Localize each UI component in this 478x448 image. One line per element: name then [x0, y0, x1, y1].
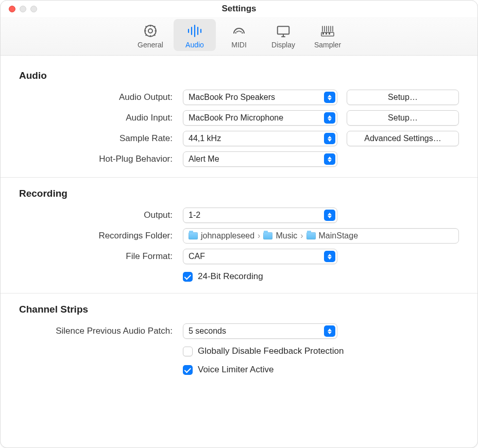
- label-rec-folder: Recordings Folder:: [19, 231, 174, 241]
- label-file-format: File Format:: [19, 251, 174, 262]
- svg-point-0: [148, 29, 152, 33]
- button-advanced-settings[interactable]: Advanced Settings…: [347, 131, 459, 146]
- recordings-folder-path[interactable]: johnappleseed › Music › MainStage: [183, 228, 459, 244]
- checkbox-box: [183, 272, 193, 282]
- popup-value: Alert Me: [189, 154, 219, 164]
- folder-icon: [189, 232, 198, 239]
- zoom-window-button[interactable]: [30, 6, 37, 12]
- tab-general[interactable]: General: [129, 19, 172, 51]
- svg-rect-22: [322, 32, 324, 35]
- popup-value: CAF: [189, 252, 205, 261]
- tab-label: MIDI: [220, 41, 258, 49]
- popup-value: MacBook Pro Microphone: [189, 113, 283, 123]
- checkbox-24bit-recording[interactable]: 24-Bit Recording: [183, 271, 459, 282]
- checkbox-label: Voice Limiter Active: [198, 365, 274, 375]
- window-controls: [9, 6, 37, 12]
- path-segment: Music: [276, 231, 297, 240]
- checkbox-label: 24-Bit Recording: [198, 271, 263, 282]
- gear-icon: [131, 22, 169, 40]
- stepper-icon: [324, 133, 335, 144]
- tab-display[interactable]: Display: [262, 19, 304, 51]
- checkbox-box: [183, 365, 193, 375]
- checkbox-box: [183, 347, 193, 356]
- titlebar: Settings: [1, 1, 477, 17]
- separator: [1, 293, 477, 294]
- display-icon: [264, 22, 302, 40]
- checkbox-feedback-protection[interactable]: Globally Disable Feedback Protection: [183, 346, 459, 356]
- stepper-icon: [324, 153, 335, 165]
- label-hotplug: Hot-Plug Behavior:: [19, 154, 174, 164]
- popup-hotplug[interactable]: Alert Me: [183, 151, 337, 167]
- label-audio-input: Audio Input:: [19, 113, 174, 123]
- section-title-audio: Audio: [19, 70, 459, 81]
- settings-window: Settings General: [0, 0, 478, 448]
- section-title-channel-strips: Channel Strips: [19, 304, 459, 315]
- tab-label: Audio: [176, 41, 214, 49]
- popup-value: 44,1 kHz: [189, 134, 221, 143]
- svg-rect-23: [326, 32, 327, 35]
- popup-audio-output[interactable]: MacBook Pro Speakers: [183, 90, 337, 105]
- folder-icon: [263, 232, 272, 239]
- folder-icon: [306, 232, 316, 239]
- tab-label: Display: [264, 41, 302, 49]
- checkbox-label: Globally Disable Feedback Protection: [198, 346, 344, 356]
- minimize-window-button[interactable]: [20, 6, 26, 12]
- sampler-icon: [309, 22, 347, 40]
- path-segment: MainStage: [319, 231, 358, 240]
- svg-rect-12: [278, 26, 289, 34]
- button-output-setup[interactable]: Setup…: [347, 90, 459, 105]
- popup-value: 1-2: [189, 211, 200, 220]
- label-rec-output: Output:: [19, 210, 174, 220]
- svg-point-8: [238, 30, 240, 32]
- tab-audio[interactable]: Audio: [174, 19, 216, 51]
- svg-rect-24: [329, 32, 330, 35]
- popup-sample-rate[interactable]: 44,1 kHz: [183, 131, 337, 146]
- path-segment: johnappleseed: [201, 231, 254, 240]
- stepper-icon: [324, 325, 335, 337]
- label-sample-rate: Sample Rate:: [19, 133, 174, 144]
- tab-midi[interactable]: MIDI: [218, 19, 260, 51]
- label-audio-output: Audio Output:: [19, 92, 174, 102]
- label-silence-prev: Silence Previous Audio Patch:: [19, 326, 174, 336]
- window-title: Settings: [1, 1, 477, 17]
- settings-toolbar: General Audio: [1, 17, 477, 56]
- svg-point-11: [240, 31, 242, 32]
- popup-value: MacBook Pro Speakers: [189, 93, 275, 102]
- svg-point-7: [235, 32, 236, 33]
- tab-sampler[interactable]: Sampler: [306, 19, 349, 51]
- tab-label: Sampler: [309, 41, 347, 49]
- button-input-setup[interactable]: Setup…: [347, 110, 459, 126]
- stepper-icon: [324, 92, 335, 103]
- popup-file-format[interactable]: CAF: [183, 249, 337, 264]
- popup-value: 5 seconds: [189, 326, 226, 336]
- stepper-icon: [324, 210, 335, 221]
- chevron-right-icon: ›: [300, 231, 303, 240]
- svg-point-1: [145, 25, 156, 37]
- svg-point-9: [242, 32, 243, 33]
- popup-rec-output[interactable]: 1-2: [183, 208, 337, 223]
- svg-point-10: [236, 31, 238, 32]
- popup-silence-prev[interactable]: 5 seconds: [183, 323, 337, 339]
- stepper-icon: [324, 112, 335, 124]
- separator: [1, 177, 477, 178]
- section-title-recording: Recording: [19, 188, 459, 199]
- audio-waves-icon: [176, 22, 214, 40]
- chevron-right-icon: ›: [258, 231, 260, 240]
- stepper-icon: [324, 251, 335, 262]
- tab-label: General: [131, 41, 169, 49]
- midi-icon: [220, 22, 258, 40]
- close-window-button[interactable]: [9, 6, 15, 12]
- settings-content: Audio Audio Output: MacBook Pro Speakers…: [1, 56, 477, 398]
- checkbox-voice-limiter[interactable]: Voice Limiter Active: [183, 365, 459, 375]
- popup-audio-input[interactable]: MacBook Pro Microphone: [183, 110, 337, 126]
